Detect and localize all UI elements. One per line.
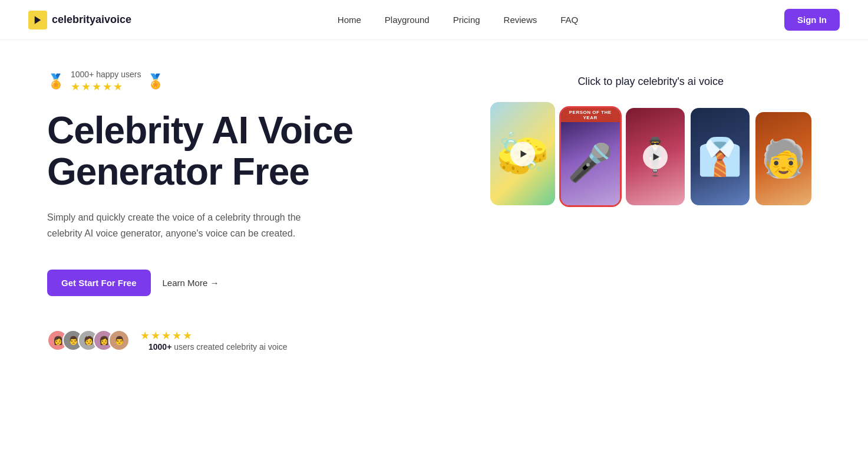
proof-stars: ★★★★★: [140, 329, 287, 342]
nav-faq[interactable]: FAQ: [560, 15, 578, 25]
proof-text-block: ★★★★★ 1000+ users created celebrity ai v…: [140, 329, 287, 352]
badge-text: 1000+ happy users: [71, 70, 141, 79]
hero-heading: Celebrity AI Voice Generator Free: [47, 110, 473, 193]
celebrity-card-spongebob[interactable]: 🧽: [490, 102, 555, 205]
svg-marker-0: [35, 16, 41, 24]
celebrity-card-taylor[interactable]: PERSON OF THE YEAR 🎤: [561, 108, 620, 205]
cta-row: Get Start For Free Learn More →: [47, 270, 473, 296]
get-start-button[interactable]: Get Start For Free: [47, 270, 151, 296]
svg-marker-1: [521, 150, 527, 157]
signin-button[interactable]: Sign In: [784, 9, 840, 31]
heading-line1: Celebrity AI Voice: [47, 109, 353, 152]
laurel-right-icon: 🏅: [147, 74, 164, 88]
laurel-left-icon: 🏅: [47, 74, 65, 88]
taylor-image: 🎤: [561, 108, 620, 205]
magazine-label: PERSON OF THE YEAR: [561, 108, 620, 122]
proof-count: 1000+: [148, 342, 171, 352]
hero-subtitle: Simply and quickly create the voice of a…: [47, 209, 330, 241]
nav-home[interactable]: Home: [338, 15, 361, 25]
badge-stars: ★★★★★: [71, 80, 141, 93]
spongebob-play-button[interactable]: [510, 142, 535, 166]
learn-more-button[interactable]: Learn More →: [163, 278, 219, 288]
play-logo-icon: [32, 15, 43, 25]
avatar-group: 👩 👨 🧑 👩 👨: [47, 330, 124, 351]
play-icon: [651, 152, 661, 162]
logo-icon: [28, 11, 47, 29]
click-hint: Click to play celebrity's ai voice: [577, 76, 724, 88]
hero-right: Click to play celebrity's ai voice 🧽 PER…: [480, 64, 821, 205]
modi-image: 🧓: [755, 112, 811, 205]
avatar-5: 👨: [108, 330, 130, 351]
celebrity-card-biden[interactable]: 👔: [691, 108, 750, 205]
nav-links: Home Playground Pricing Reviews FAQ: [338, 15, 578, 25]
proof-label: users created celebrity ai voice: [171, 342, 287, 352]
happy-users-badge: 🏅 1000+ happy users ★★★★★ 🏅: [47, 70, 473, 93]
logo[interactable]: celebrityaivoice: [28, 11, 131, 29]
social-proof: 👩 👨 🧑 👩 👨 ★★★★★ 1000+ users created cele…: [47, 329, 473, 352]
celebrity-card-modi[interactable]: 🧓: [755, 112, 811, 205]
biden-image: 👔: [691, 108, 750, 205]
play-icon: [518, 149, 529, 159]
logo-text: celebrityaivoice: [52, 14, 131, 26]
heading-line2: Generator Free: [47, 150, 309, 193]
nav-playground[interactable]: Playground: [385, 15, 430, 25]
navbar: celebrityaivoice Home Playground Pricing…: [0, 0, 868, 40]
nav-reviews[interactable]: Reviews: [504, 15, 537, 25]
celebrity-card-trump[interactable]: 🕴️: [626, 108, 685, 205]
hero-left: 🏅 1000+ happy users ★★★★★ 🏅 Celebrity AI…: [47, 64, 473, 352]
badge-content: 1000+ happy users ★★★★★: [71, 70, 141, 93]
celebrity-cards: 🧽 PERSON OF THE YEAR 🎤 🕴️ 👔: [490, 102, 811, 205]
nav-pricing[interactable]: Pricing: [453, 15, 480, 25]
trump-play-button[interactable]: [643, 145, 668, 169]
main-content: 🏅 1000+ happy users ★★★★★ 🏅 Celebrity AI…: [0, 40, 868, 375]
proof-text: 1000+ users created celebrity ai voice: [148, 342, 287, 352]
svg-marker-2: [654, 153, 660, 160]
